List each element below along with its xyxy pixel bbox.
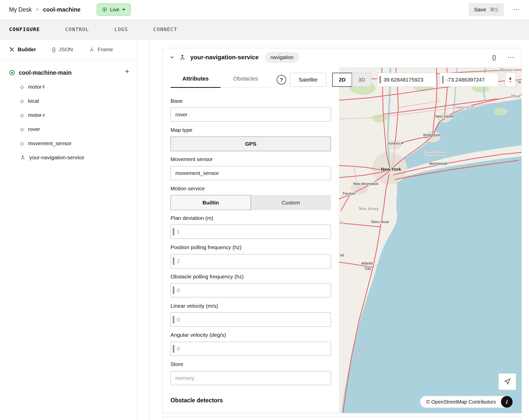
view-mode-switcher: Builder {} JSON Frame xyxy=(0,39,137,60)
longitude-field xyxy=(440,73,498,87)
more-menu-button[interactable]: ⋯ xyxy=(513,6,520,13)
save-shortcut: ⌘S xyxy=(490,7,498,13)
base-input[interactable] xyxy=(171,108,331,122)
tab-configure[interactable]: CONFIGURE xyxy=(9,26,40,32)
linear-velocity-field xyxy=(171,312,331,327)
breadcrumb-parent[interactable]: My Desk xyxy=(9,6,32,13)
app-root: My Desk > cool-machine Live Save ⌘S ⋯ CO… xyxy=(0,0,529,420)
card-more-menu-button[interactable]: ⋯ xyxy=(507,54,514,61)
map-label-new-haven: New Haven xyxy=(436,114,455,118)
tree-item-motor-l[interactable]: ◇ motor-l xyxy=(9,80,137,94)
locate-button[interactable] xyxy=(498,373,516,390)
component-diamond-icon: ◇ xyxy=(20,99,24,103)
tree-item-local[interactable]: ◇ local xyxy=(9,94,137,108)
linear-velocity-input[interactable] xyxy=(174,317,331,323)
mode-json[interactable]: {} JSON xyxy=(52,46,73,52)
help-button[interactable]: ? xyxy=(277,75,286,85)
mode-builder[interactable]: Builder xyxy=(9,46,36,52)
linear-velocity-label: Linear velocity (m/s) xyxy=(171,303,218,309)
map-label-atlantic: Atlantic xyxy=(361,261,373,265)
machine-tab-bar: CONFIGURE CONTROL LOGS CONNECT xyxy=(0,19,529,39)
map-type-label: Map type xyxy=(171,127,192,133)
collapse-chevron-icon[interactable] xyxy=(170,55,175,60)
position-polling-label: Position polling frequency (hz) xyxy=(171,244,242,250)
add-component-button[interactable]: + xyxy=(125,68,129,75)
longitude-input[interactable] xyxy=(444,77,498,83)
base-label: Base xyxy=(171,98,183,104)
angular-velocity-input[interactable] xyxy=(174,346,331,352)
builder-tools-icon xyxy=(9,47,15,52)
tree-item-movement-sensor[interactable]: ◇ movement_sensor xyxy=(9,136,137,150)
navigation-service-icon xyxy=(20,155,25,160)
map-label-new-york: New York xyxy=(381,167,401,172)
panel-tabs: Attributes Obstacles xyxy=(171,75,271,88)
breadcrumb-current: cool-machine xyxy=(43,6,80,13)
view-3d-button[interactable]: 3D xyxy=(352,73,372,87)
map-label-long-island: Long Island xyxy=(424,151,446,156)
map-label-island-cut: nd xyxy=(340,253,344,257)
breadcrumb-separator: > xyxy=(36,6,39,13)
tab-logs[interactable]: LOGS xyxy=(114,26,128,32)
component-diamond-icon: ◇ xyxy=(20,85,24,89)
component-diamond-icon: ◇ xyxy=(20,127,24,132)
config-sidebar: Builder {} JSON Frame xyxy=(0,39,137,420)
map-label-pennsylvania-cut: ia xyxy=(340,220,343,225)
live-status-dropdown[interactable]: Live xyxy=(97,4,131,16)
store-label: Store xyxy=(171,361,183,367)
step-down-icon[interactable]: ▼ xyxy=(509,80,512,83)
topbar-actions: Save ⌘S ⋯ xyxy=(469,3,520,16)
tree-item-rover[interactable]: ◇ rover xyxy=(9,122,137,136)
step-up-icon[interactable]: ▲ xyxy=(508,76,512,80)
tree-root-machine[interactable]: cool-machine-main xyxy=(9,66,137,80)
chevron-down-icon xyxy=(122,9,125,11)
save-button[interactable]: Save ⌘S xyxy=(469,3,504,16)
angular-velocity-field xyxy=(171,342,331,356)
machine-online-icon xyxy=(9,70,15,76)
position-polling-input[interactable] xyxy=(174,258,331,264)
map-label-trenton: Trenton xyxy=(342,192,355,196)
motion-builtin-button[interactable]: Builtin xyxy=(171,195,251,210)
mode-frame[interactable]: Frame xyxy=(89,46,113,52)
breadcrumb: My Desk > cool-machine xyxy=(9,6,81,13)
live-icon xyxy=(102,7,107,12)
tab-attributes[interactable]: Attributes xyxy=(171,75,221,88)
json-braces-icon: {} xyxy=(52,46,56,52)
coordinate-stepper[interactable]: ▲ ▼ xyxy=(505,73,516,87)
map-label-yonkers: Yonkers xyxy=(388,141,401,145)
position-polling-field xyxy=(171,254,331,268)
map-label-new-brunswick: New Brunswick xyxy=(353,182,379,186)
motion-custom-button[interactable]: Custom xyxy=(251,195,331,210)
map-attribution: © OpenStreetMap Contributors xyxy=(420,396,510,408)
service-title: your-navigation-service xyxy=(190,54,259,61)
plan-deviation-input[interactable] xyxy=(174,229,331,235)
view-2d-button[interactable]: 2D xyxy=(332,73,352,87)
service-type-badge: navigation xyxy=(265,52,299,62)
component-diamond-icon: ◇ xyxy=(20,113,24,118)
plan-deviation-label: Plan deviation (m) xyxy=(171,215,213,221)
obstacle-polling-input[interactable] xyxy=(174,287,331,293)
store-input[interactable] xyxy=(171,371,331,385)
map-label-rhode-island: Rhod xyxy=(511,94,520,98)
map-label-toms-river: Toms River xyxy=(371,220,389,224)
satellite-toggle-button[interactable]: Satellite xyxy=(290,73,326,87)
navigation-service-card: your-navigation-service navigation {} ⋯ … xyxy=(162,48,522,413)
latitude-field xyxy=(377,73,436,87)
tab-control[interactable]: CONTROL xyxy=(65,26,89,32)
tree-item-motor-r[interactable]: ◇ motor-r xyxy=(9,108,137,122)
movement-sensor-input[interactable] xyxy=(171,166,331,180)
view-dimension-switcher: 2D 3D xyxy=(332,73,372,87)
map-label-connecticut: Connecticut xyxy=(453,105,474,110)
map-canvas: Massac ro Rhod Connecticut New Haven Bri… xyxy=(339,68,522,413)
live-label: Live xyxy=(110,7,119,13)
map[interactable]: Massac ro Rhod Connecticut New Haven Bri… xyxy=(339,68,522,413)
latitude-input[interactable] xyxy=(381,77,436,83)
info-icon[interactable]: i xyxy=(501,396,513,408)
json-braces-button[interactable]: {} xyxy=(492,54,496,61)
tree-item-navigation-service[interactable]: your-navigation-service xyxy=(9,150,137,165)
tab-obstacles[interactable]: Obstacles xyxy=(221,75,271,87)
map-type-gps-button[interactable]: GPS xyxy=(171,137,331,151)
tree-root-label: cool-machine-main xyxy=(19,69,72,76)
card-header-actions: {} ⋯ xyxy=(492,54,514,61)
tab-connect[interactable]: CONNECT xyxy=(153,26,177,32)
navigation-arrow-icon xyxy=(503,378,511,385)
